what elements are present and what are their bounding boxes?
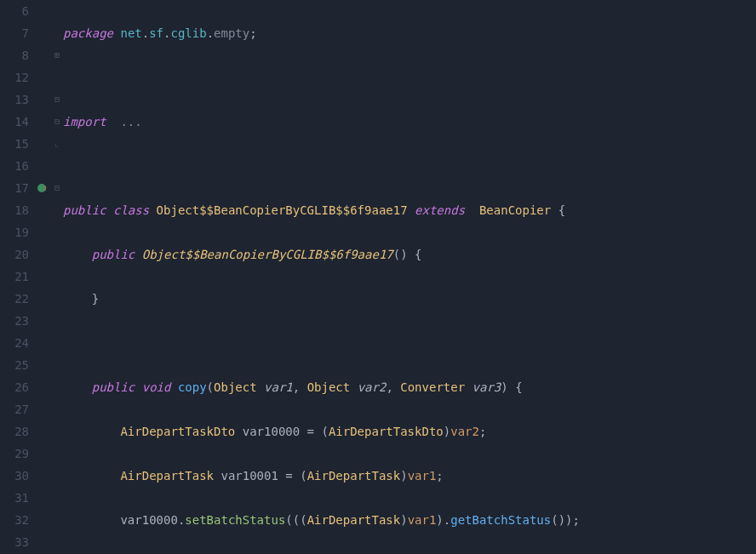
fold-column: ⊞ ⊟ ⊟ ⌞ ⊟	[51, 0, 63, 554]
line-number: 23	[0, 310, 29, 332]
fold-toggle-icon[interactable]: ⊞	[51, 44, 63, 66]
code-line[interactable]: public class Object$$BeanCopierByCGLIB$$…	[63, 199, 756, 221]
line-number-gutter: 6 7 8 12 13 14 15 16 17 18 19 20 21 22 2…	[0, 0, 36, 554]
line-number: 13	[0, 89, 29, 111]
fold-toggle-icon[interactable]: ⊟	[51, 177, 63, 199]
code-line[interactable]: var10000.setBatchStatus(((AirDepartTask)…	[63, 509, 756, 531]
line-number: 31	[0, 487, 29, 509]
line-number: 25	[0, 354, 29, 376]
code-line[interactable]: AirDepartTaskDto var10000 = (AirDepartTa…	[63, 420, 756, 443]
line-number: 27	[0, 398, 29, 420]
code-line[interactable]: import ...	[63, 111, 756, 133]
method-name: copy	[178, 380, 207, 394]
override-arrow-icon: ↑	[43, 177, 48, 199]
gutter-markers: ↑	[36, 0, 51, 554]
line-number: 30	[0, 465, 29, 487]
line-number: 15	[0, 133, 29, 155]
keyword-package: package	[63, 26, 113, 40]
line-number: 26	[0, 376, 29, 398]
code-line[interactable]: AirDepartTask var10001 = (AirDepartTask)…	[63, 465, 756, 487]
line-number: 33	[0, 531, 29, 553]
line-number: 7	[0, 22, 29, 44]
line-number: 19	[0, 221, 29, 243]
line-number: 20	[0, 243, 29, 266]
code-line[interactable]	[63, 66, 756, 89]
line-number: 14	[0, 111, 29, 133]
fold-toggle-icon[interactable]: ⊟	[51, 89, 63, 111]
code-line[interactable]: public Object$$BeanCopierByCGLIB$$6f9aae…	[63, 243, 756, 266]
line-number: 29	[0, 443, 29, 465]
code-line[interactable]: }	[63, 288, 756, 310]
line-number: 8	[0, 44, 29, 66]
code-area[interactable]: package net.sf.cglib.empty; import ... p…	[63, 0, 756, 554]
line-number: 12	[0, 66, 29, 89]
code-line[interactable]: public void copy(Object var1, Object var…	[63, 376, 756, 398]
line-number: 21	[0, 266, 29, 288]
line-number: 28	[0, 420, 29, 443]
class-name: Object$$BeanCopierByCGLIB$$6f9aae17	[157, 203, 408, 217]
line-number: 18	[0, 199, 29, 221]
line-number: 24	[0, 332, 29, 354]
keyword-import: import	[63, 115, 106, 129]
constructor-name: Object$$BeanCopierByCGLIB$$6f9aae17	[142, 248, 393, 261]
line-number: 17	[0, 177, 29, 199]
line-number: 6	[0, 0, 29, 22]
line-number: 22	[0, 288, 29, 310]
super-class: BeanCopier	[479, 203, 551, 217]
line-number: 32	[0, 509, 29, 531]
code-line[interactable]	[63, 155, 756, 177]
code-editor[interactable]: 6 7 8 12 13 14 15 16 17 18 19 20 21 22 2…	[0, 0, 756, 554]
fold-toggle-icon[interactable]: ⊟	[51, 111, 63, 133]
line-number: 16	[0, 155, 29, 177]
code-line[interactable]	[63, 332, 756, 354]
code-line[interactable]: package net.sf.cglib.empty;	[63, 22, 756, 44]
fold-end-icon: ⌞	[51, 133, 63, 155]
